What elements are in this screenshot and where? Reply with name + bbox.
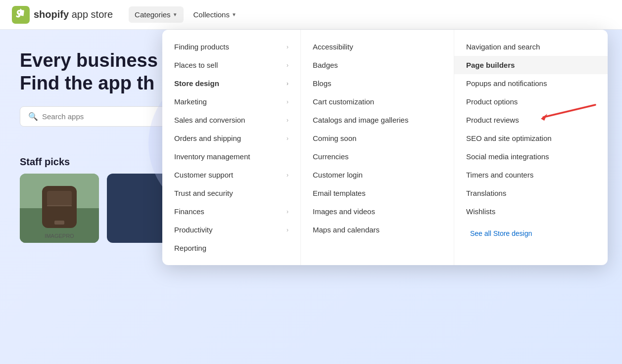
- left-item-trust-security[interactable]: Trust and security: [162, 184, 300, 202]
- right-item-page-builders[interactable]: Page builders: [454, 56, 608, 74]
- arrow-icon: ›: [287, 44, 288, 50]
- search-input[interactable]: [42, 112, 170, 121]
- categories-nav-item[interactable]: Categories ▼: [129, 6, 183, 23]
- middle-item-maps-calendars[interactable]: Maps and calendars: [301, 221, 454, 239]
- arrow-icon: ›: [287, 80, 288, 87]
- left-item-customer-support[interactable]: Customer support ›: [162, 166, 300, 184]
- arrow-icon: ›: [287, 227, 288, 233]
- right-item-translations[interactable]: Translations: [454, 184, 608, 202]
- right-item-navigation-search[interactable]: Navigation and search: [454, 38, 608, 56]
- header: shopify app store Categories ▼ Collectio…: [0, 0, 622, 30]
- right-item-timers-counters[interactable]: Timers and counters: [454, 166, 608, 184]
- right-item-seo[interactable]: SEO and site optimization: [454, 129, 608, 147]
- arrow-icon: ›: [287, 135, 288, 142]
- middle-item-images-videos[interactable]: Images and videos: [301, 202, 454, 221]
- middle-item-customer-login[interactable]: Customer login: [301, 166, 454, 184]
- logo[interactable]: shopify app store: [12, 6, 113, 24]
- collections-nav-item[interactable]: Collections ▼: [188, 6, 242, 23]
- svg-rect-5: [54, 221, 64, 225]
- middle-item-currencies[interactable]: Currencies: [301, 147, 454, 166]
- middle-item-catalogs[interactable]: Catalogs and image galleries: [301, 111, 454, 129]
- backpack-image: [20, 174, 99, 243]
- arrow-icon: ›: [287, 172, 288, 179]
- right-column: Navigation and search Page builders Popu…: [454, 30, 608, 265]
- arrow-icon: ›: [287, 98, 288, 105]
- staff-pick-card-1[interactable]: IMAGEPRO: [20, 174, 99, 243]
- middle-item-blogs[interactable]: Blogs: [301, 74, 454, 92]
- arrow-icon: ›: [287, 208, 288, 215]
- left-item-store-design[interactable]: Store design ›: [162, 74, 300, 92]
- left-item-sales-conversion[interactable]: Sales and conversion ›: [162, 111, 300, 129]
- left-item-orders-shipping[interactable]: Orders and shipping ›: [162, 129, 300, 147]
- middle-item-email-templates[interactable]: Email templates: [301, 184, 454, 202]
- categories-chevron-icon: ▼: [173, 12, 178, 17]
- arrow-icon: ›: [287, 117, 288, 124]
- middle-column: Accessibility Badges Blogs Cart customiz…: [301, 30, 454, 265]
- svg-rect-4: [47, 191, 72, 206]
- logo-text: shopify app store: [34, 9, 113, 20]
- left-item-inventory-management[interactable]: Inventory management: [162, 147, 300, 166]
- collections-chevron-icon: ▼: [232, 12, 237, 17]
- right-item-wishlists[interactable]: Wishlists: [454, 202, 608, 221]
- middle-item-badges[interactable]: Badges: [301, 56, 454, 74]
- categories-dropdown: Finding products › Places to sell › Stor…: [162, 30, 608, 265]
- left-item-finances[interactable]: Finances ›: [162, 202, 300, 221]
- left-item-places-to-sell[interactable]: Places to sell ›: [162, 56, 300, 74]
- imagepro-label: IMAGEPRO: [45, 233, 74, 239]
- right-item-product-options[interactable]: Product options: [454, 92, 608, 111]
- see-all-store-design-link[interactable]: See all Store design: [458, 225, 604, 242]
- search-icon: 🔍: [28, 112, 38, 121]
- right-item-product-reviews[interactable]: Product reviews: [454, 111, 608, 129]
- middle-item-coming-soon[interactable]: Coming soon: [301, 129, 454, 147]
- right-item-social-media[interactable]: Social media integrations: [454, 147, 608, 166]
- left-item-reporting[interactable]: Reporting: [162, 239, 300, 257]
- arrow-icon: ›: [287, 62, 288, 69]
- left-item-marketing[interactable]: Marketing ›: [162, 92, 300, 111]
- right-item-popups-notifications[interactable]: Popups and notifications: [454, 74, 608, 92]
- nav-items: Categories ▼ Collections ▼: [129, 6, 242, 23]
- middle-item-cart-customization[interactable]: Cart customization: [301, 92, 454, 111]
- middle-item-accessibility[interactable]: Accessibility: [301, 38, 454, 56]
- left-item-finding-products[interactable]: Finding products ›: [162, 38, 300, 56]
- left-item-productivity[interactable]: Productivity ›: [162, 221, 300, 239]
- shopify-logo-icon: [12, 6, 30, 24]
- left-column: Finding products › Places to sell › Stor…: [162, 30, 301, 265]
